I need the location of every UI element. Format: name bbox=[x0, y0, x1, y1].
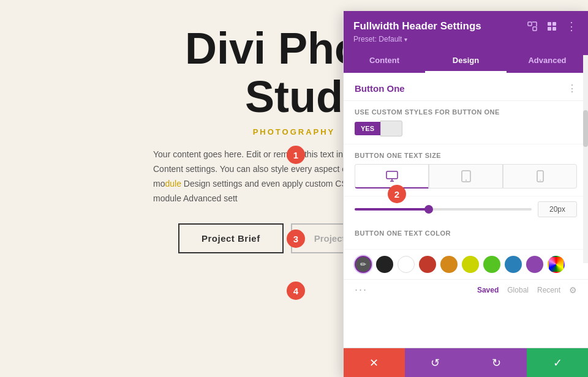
slider-thumb[interactable] bbox=[424, 205, 433, 214]
color-blue-swatch[interactable] bbox=[505, 256, 522, 273]
custom-styles-field: Use Custom Styles For Button One YES bbox=[344, 101, 588, 144]
panel-preset[interactable]: Preset: Default ▾ bbox=[353, 35, 578, 43]
page-tag: PHOTOGRAPHY bbox=[253, 127, 336, 136]
color-swatches: ✏ bbox=[344, 250, 588, 279]
more-options-icon[interactable]: ⋮ bbox=[565, 20, 578, 33]
toggle-yes[interactable]: YES bbox=[355, 122, 380, 135]
badge-1: 1 bbox=[287, 146, 305, 164]
section-title: Button One bbox=[355, 83, 405, 94]
panel-tabs: Content Design Advanced bbox=[344, 50, 588, 73]
svg-rect-8 bbox=[386, 171, 398, 179]
grid-icon[interactable] bbox=[545, 20, 559, 33]
text-color-field: Button One Text Color bbox=[344, 222, 588, 250]
scroll-thumb[interactable] bbox=[583, 110, 588, 147]
undo-button[interactable]: ↺ bbox=[405, 348, 466, 377]
badge-3: 3 bbox=[287, 230, 305, 248]
desktop-icon[interactable] bbox=[355, 164, 429, 188]
badge-4: 4 bbox=[287, 282, 305, 300]
panel-title: Fullwidth Header Settings bbox=[353, 20, 481, 32]
panel-footer-tabs: ··· Saved Global Recent ⚙ bbox=[344, 279, 588, 300]
save-button[interactable]: ✓ bbox=[527, 348, 588, 377]
slider-value-input[interactable]: 20px bbox=[538, 201, 577, 217]
svg-rect-0 bbox=[528, 22, 532, 26]
slider-track[interactable] bbox=[355, 208, 532, 211]
color-pencil-swatch[interactable]: ✏ bbox=[355, 256, 372, 273]
footer-tab-saved[interactable]: Saved bbox=[477, 286, 499, 294]
toggle-wrap: YES bbox=[355, 121, 577, 136]
svg-point-12 bbox=[466, 180, 467, 181]
tablet-icon[interactable] bbox=[429, 164, 503, 188]
svg-rect-6 bbox=[548, 27, 551, 31]
tab-content[interactable]: Content bbox=[344, 50, 425, 73]
slider-fill bbox=[355, 208, 429, 211]
mobile-icon[interactable] bbox=[503, 164, 577, 188]
panel-header-icons: ⋮ bbox=[526, 20, 578, 33]
color-yellow-swatch[interactable] bbox=[462, 256, 479, 273]
button-one-section-header: Button One ⋮ bbox=[344, 73, 588, 101]
slider-row: 20px bbox=[344, 196, 588, 222]
color-rainbow-swatch[interactable] bbox=[548, 256, 565, 273]
cancel-button[interactable]: ✕ bbox=[344, 348, 405, 377]
settings-gear-icon[interactable]: ⚙ bbox=[569, 285, 577, 295]
chevron-down-icon: ▾ bbox=[404, 36, 407, 43]
svg-rect-7 bbox=[552, 27, 556, 31]
badge-2: 2 bbox=[388, 185, 406, 203]
tab-design[interactable]: Design bbox=[425, 50, 507, 73]
panel-body: Button One ⋮ Use Custom Styles For Butto… bbox=[344, 73, 588, 377]
svg-rect-5 bbox=[552, 22, 556, 26]
project-brief-button[interactable]: Project Brief bbox=[178, 223, 284, 253]
color-red-swatch[interactable] bbox=[419, 256, 436, 273]
color-green-swatch[interactable] bbox=[483, 256, 500, 273]
panel-title-row: Fullwidth Header Settings bbox=[353, 20, 578, 33]
svg-point-14 bbox=[540, 180, 541, 181]
footer-tab-global[interactable]: Global bbox=[507, 286, 529, 294]
panel-header: Fullwidth Header Settings bbox=[344, 11, 588, 50]
color-orange-swatch[interactable] bbox=[440, 256, 458, 273]
tab-advanced[interactable]: Advanced bbox=[507, 50, 588, 73]
color-white-swatch[interactable] bbox=[398, 256, 415, 273]
footer-tab-recent[interactable]: Recent bbox=[537, 286, 560, 294]
action-bar: ✕ ↺ ↻ ✓ bbox=[344, 348, 588, 377]
text-color-label: Button One Text Color bbox=[355, 230, 577, 237]
svg-rect-4 bbox=[548, 22, 551, 26]
device-icons bbox=[355, 164, 577, 188]
text-size-label: Button One Text Size bbox=[355, 152, 577, 159]
more-dots[interactable]: ··· bbox=[355, 283, 368, 296]
expand-icon[interactable] bbox=[526, 20, 539, 33]
text-size-field: Button One Text Size bbox=[344, 144, 588, 196]
toggle-box[interactable] bbox=[380, 121, 402, 136]
custom-styles-label: Use Custom Styles For Button One bbox=[355, 108, 577, 116]
scroll-track bbox=[583, 55, 588, 263]
settings-panel: Fullwidth Header Settings bbox=[343, 11, 588, 377]
section-menu-icon[interactable]: ⋮ bbox=[567, 83, 577, 94]
color-black-swatch[interactable] bbox=[376, 256, 393, 273]
color-violet-swatch[interactable] bbox=[526, 256, 543, 273]
svg-rect-1 bbox=[533, 27, 537, 31]
redo-button[interactable]: ↻ bbox=[466, 348, 527, 377]
